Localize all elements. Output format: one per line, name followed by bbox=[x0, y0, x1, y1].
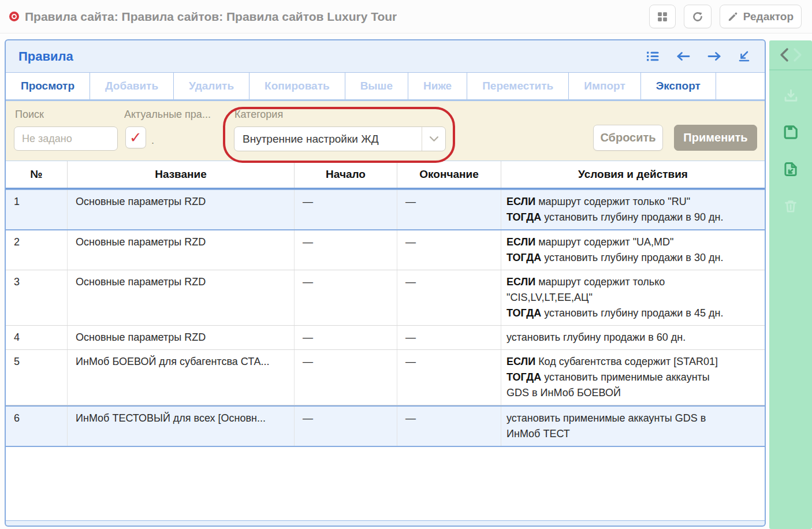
cell-end: — bbox=[397, 326, 501, 349]
column-header-name[interactable]: Название bbox=[68, 161, 295, 188]
cell-start: — bbox=[295, 407, 397, 446]
grid-icon bbox=[657, 12, 668, 22]
cell-start: — bbox=[295, 230, 397, 270]
table-row[interactable]: 6ИнМоб ТЕСТОВЫЙ для всех [Основн...——уст… bbox=[6, 405, 765, 447]
table-row[interactable]: 1Основные параметры RZD——ЕСЛИ маршрут со… bbox=[6, 189, 765, 230]
cell-number: 5 bbox=[6, 350, 68, 405]
cell-number: 6 bbox=[6, 407, 68, 446]
condition-line: установить применимые аккаунты GDS в bbox=[506, 411, 761, 426]
cell-end: — bbox=[397, 190, 501, 229]
panel-title: Правила bbox=[18, 49, 647, 64]
tab-udalit[interactable]: Удалить bbox=[174, 73, 249, 99]
actual-rules-checkbox[interactable]: ✓ bbox=[125, 126, 146, 148]
cell-conditions: установить применимые аккаунты GDS вИнМо… bbox=[501, 407, 765, 446]
refresh-button[interactable] bbox=[684, 5, 712, 28]
cell-start: — bbox=[295, 270, 397, 325]
check-icon: ✓ bbox=[129, 130, 142, 145]
cell-start: — bbox=[295, 350, 397, 405]
condition-line: ЕСЛИ маршрут содержит "UA,MD" bbox=[506, 234, 761, 250]
table-row[interactable]: 2Основные параметры RZD——ЕСЛИ маршрут со… bbox=[6, 230, 765, 270]
download-icon[interactable] bbox=[782, 87, 799, 104]
cell-name: Основные параметры RZD bbox=[68, 190, 295, 229]
cell-conditions: ЕСЛИ маршрут содержит только "RU"ТОГДА у… bbox=[501, 190, 765, 229]
panel-header-icons bbox=[647, 51, 752, 62]
search-input[interactable] bbox=[14, 126, 118, 151]
table-row[interactable]: 3Основные параметры RZD——ЕСЛИ маршрут со… bbox=[6, 270, 765, 326]
collapse-corner-icon[interactable] bbox=[739, 51, 750, 62]
tab-bar: ПросмотрДобавитьУдалитьКопироватьВышеНиж… bbox=[6, 73, 765, 101]
condition-line: ТОГДА установить глубину продажи в 30 дн… bbox=[506, 250, 761, 266]
cell-number: 2 bbox=[6, 230, 68, 270]
cell-end: — bbox=[397, 407, 501, 446]
trash-icon[interactable] bbox=[782, 198, 799, 215]
chevron-down-icon bbox=[430, 136, 438, 141]
cell-conditions: ЕСЛИ Код субагентства содержит [STAR01]Т… bbox=[501, 350, 765, 405]
tab-dobavit[interactable]: Добавить bbox=[90, 73, 174, 99]
grid-view-button[interactable] bbox=[649, 5, 676, 28]
category-dropdown-toggle[interactable] bbox=[422, 127, 445, 151]
chevron-right-icon[interactable] bbox=[791, 46, 804, 64]
panel-header: Правила bbox=[6, 40, 765, 73]
editor-button[interactable]: Редактор bbox=[720, 5, 802, 28]
category-dropdown[interactable]: Внутренние настройки ЖД bbox=[234, 126, 446, 151]
reset-button[interactable]: Сбросить bbox=[593, 125, 663, 151]
actual-suffix: . bbox=[151, 135, 154, 147]
cell-end: — bbox=[397, 350, 501, 405]
list-menu-icon[interactable] bbox=[647, 51, 659, 61]
condition-line: GDS в ИнМоб БОЕВОЙ bbox=[506, 385, 761, 401]
table-row[interactable]: 4Основные параметры RZD——установить глуб… bbox=[6, 326, 765, 350]
cell-end: — bbox=[397, 230, 501, 270]
save-icon[interactable] bbox=[782, 124, 799, 141]
apply-button[interactable]: Применить bbox=[674, 125, 757, 151]
cell-conditions: ЕСЛИ маршрут содержит только"CIS,LV,LT,E… bbox=[501, 270, 765, 325]
header-buttons: Редактор bbox=[649, 5, 812, 28]
condition-line: ЕСЛИ маршрут содержит только "RU" bbox=[506, 194, 761, 210]
tab-prosmotr[interactable]: Просмотр bbox=[6, 73, 90, 99]
editor-button-label: Редактор bbox=[743, 10, 794, 23]
export-file-icon[interactable] bbox=[782, 161, 799, 178]
tab-vyshe[interactable]: Выше bbox=[345, 73, 408, 99]
cell-conditions: ЕСЛИ маршрут содержит "UA,MD"ТОГДА устан… bbox=[501, 230, 765, 270]
rules-panel: Правила ПросмотрДобавитьУдалитьКопироват… bbox=[5, 39, 766, 527]
table-header: № Название Начало Окончание Условия и де… bbox=[6, 161, 765, 189]
cell-name: ИнМоб БОЕВОЙ для субагентсва СТА... bbox=[68, 350, 295, 405]
arrow-right-icon[interactable] bbox=[707, 51, 721, 61]
category-label: Категория bbox=[234, 109, 283, 121]
condition-line: ТОГДА установить глубину продажи в 90 дн… bbox=[506, 210, 761, 225]
right-sidebar bbox=[769, 40, 812, 529]
target-icon bbox=[9, 12, 19, 21]
cell-number: 3 bbox=[6, 270, 68, 325]
refresh-icon bbox=[692, 11, 703, 23]
arrow-left-icon[interactable] bbox=[676, 51, 690, 61]
category-value: Внутренние настройки ЖД bbox=[234, 127, 422, 151]
condition-line: ЕСЛИ маршрут содержит только bbox=[506, 274, 761, 290]
tab-peremestit[interactable]: Переместить bbox=[467, 73, 569, 99]
cell-start: — bbox=[295, 190, 397, 229]
chevron-left-icon[interactable] bbox=[777, 46, 791, 64]
pencil-icon bbox=[728, 12, 738, 22]
column-header-conditions[interactable]: Условия и действия bbox=[501, 161, 765, 188]
sidebar-nav bbox=[769, 40, 812, 70]
screen: Правила сайта: Правила сайтов: Правила с… bbox=[0, 0, 812, 529]
column-header-number[interactable]: № bbox=[6, 161, 68, 188]
cell-end: — bbox=[397, 270, 501, 325]
cell-start: — bbox=[295, 326, 397, 349]
tab-kopirovat[interactable]: Копировать bbox=[249, 73, 345, 99]
search-label: Поиск bbox=[15, 109, 44, 121]
top-header: Правила сайта: Правила сайтов: Правила с… bbox=[0, 0, 812, 33]
table-row[interactable]: 5ИнМоб БОЕВОЙ для субагентсва СТА...——ЕС… bbox=[6, 350, 765, 405]
cell-number: 4 bbox=[6, 326, 68, 349]
sidebar-actions bbox=[769, 70, 812, 215]
tab-nizhe[interactable]: Ниже bbox=[408, 73, 467, 99]
filter-bar: Поиск Актуальные пра... ✓ . Категория Вн… bbox=[6, 101, 765, 161]
table-body: 1Основные параметры RZD——ЕСЛИ маршрут со… bbox=[6, 189, 765, 521]
condition-line: ТОГДА установить глубину продажи в 45 дн… bbox=[506, 306, 761, 321]
tab-import[interactable]: Импорт bbox=[569, 73, 640, 99]
tab-eksport[interactable]: Экспорт bbox=[641, 73, 716, 99]
cell-name: Основные параметры RZD bbox=[68, 230, 295, 270]
column-header-end[interactable]: Окончание bbox=[397, 161, 501, 188]
cell-name: Основные параметры RZD bbox=[68, 326, 295, 349]
breadcrumb: Правила сайта: Правила сайтов: Правила с… bbox=[0, 10, 649, 24]
page-title: Правила сайта: Правила сайтов: Правила с… bbox=[25, 10, 397, 24]
column-header-start[interactable]: Начало bbox=[295, 161, 397, 188]
